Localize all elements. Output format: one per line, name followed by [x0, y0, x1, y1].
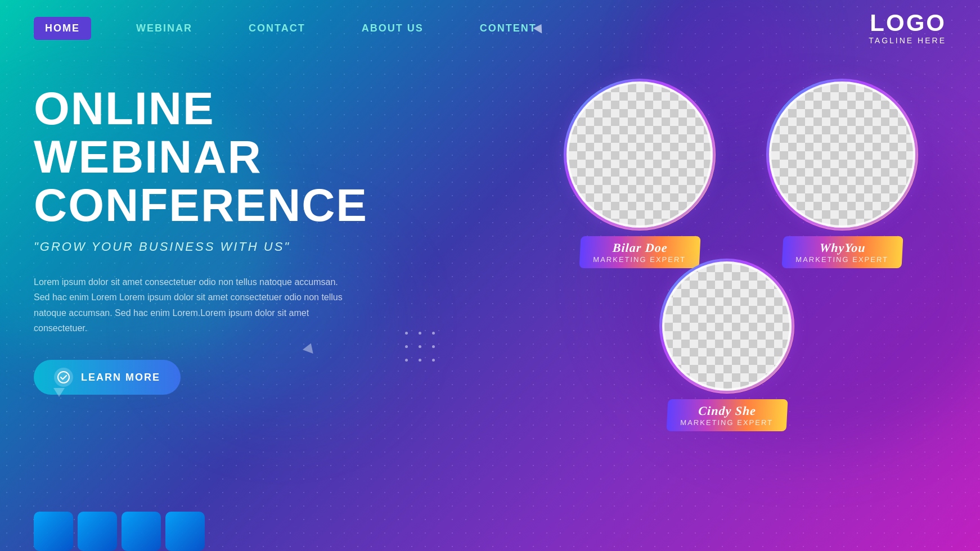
- speaker-photo-3: [662, 261, 792, 391]
- speaker-photo-2: [769, 82, 915, 228]
- speaker-ring-3: [659, 259, 794, 394]
- nav-item-contact[interactable]: CONTACT: [237, 17, 317, 40]
- logo-tagline: TAGLINE HERE: [869, 36, 946, 45]
- nav-items: HOME WEBINAR CONTACT ABOUT US CONTENT: [34, 17, 869, 40]
- hero-title: ONLINE WEBINARCONFERENCE: [34, 84, 399, 229]
- blue-square-1: [34, 512, 73, 551]
- speaker-badge-2: WhyYou Marketing Expert: [781, 236, 903, 268]
- hero-description: Lorem ipsum dolor sit amet consectetuer …: [34, 274, 349, 336]
- speaker-role-3: Marketing Expert: [680, 418, 773, 427]
- logo-area: LOGO TAGLINE HERE: [869, 11, 946, 45]
- nav-item-about[interactable]: ABOUT US: [350, 17, 435, 40]
- speaker-ring-1: [564, 79, 716, 231]
- blue-square-4: [165, 512, 205, 551]
- speaker-name-2: WhyYou: [795, 241, 889, 255]
- speaker-card-3: Cindy She Marketing Expert: [659, 259, 794, 431]
- speaker-name-3: Cindy She: [680, 404, 774, 418]
- blue-squares-decoration: [34, 512, 205, 551]
- speaker-role-2: Marketing Expert: [795, 255, 888, 264]
- learn-more-icon: [54, 368, 73, 387]
- blue-square-2: [78, 512, 117, 551]
- dots-pattern: [405, 332, 439, 365]
- speaker-card-1: Bilar Doe Marketing Expert: [564, 79, 716, 268]
- hero-section: ONLINE WEBINARCONFERENCE "GROW YOUR BUSI…: [34, 84, 399, 336]
- speaker-badge-3: Cindy She Marketing Expert: [666, 399, 788, 431]
- learn-more-label: LEARN MORE: [81, 372, 160, 383]
- logo-title: LOGO: [870, 11, 946, 35]
- blue-square-3: [122, 512, 161, 551]
- nav-item-webinar[interactable]: WEBINAR: [125, 17, 204, 40]
- speaker-name-1: Bilar Doe: [593, 241, 686, 255]
- hero-subtitle: "GROW YOUR BUSINESS WITH US": [34, 240, 399, 254]
- svg-point-0: [58, 372, 69, 383]
- main-nav: HOME WEBINAR CONTACT ABOUT US CONTENT LO…: [0, 0, 980, 56]
- speakers-area: Bilar Doe Marketing Expert WhyYou Market…: [519, 79, 946, 506]
- nav-item-home[interactable]: HOME: [34, 17, 91, 40]
- speaker-ring-2: [766, 79, 918, 231]
- speaker-card-2: WhyYou Marketing Expert: [766, 79, 918, 268]
- nav-item-content[interactable]: CONTENT: [469, 17, 548, 40]
- speaker-photo-1: [567, 82, 713, 228]
- triangle-decoration-2: [53, 388, 65, 397]
